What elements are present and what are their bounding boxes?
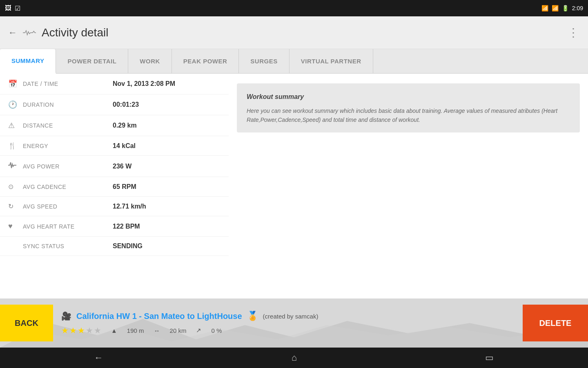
- battery-icon: 🔋: [562, 5, 569, 11]
- tab-power-detail[interactable]: POWER DETAIL: [56, 49, 128, 73]
- datetime-label: DATE / TIME: [23, 81, 113, 87]
- workout-summary-title: Workout summary: [247, 92, 570, 102]
- status-bar: 🖼 ☑ 📶 📶 🔋 2:09: [0, 0, 588, 16]
- calendar-icon: 📅: [8, 79, 23, 88]
- nav-home-icon[interactable]: ⌂: [292, 352, 297, 363]
- route-creator: (created by samcak): [263, 313, 318, 320]
- status-right-icons: 📶 📶 🔋 2:09: [541, 5, 583, 11]
- time-display: 2:09: [572, 5, 583, 11]
- tab-summary[interactable]: SUMMARY: [0, 49, 56, 74]
- distance-label: DISTANCE: [23, 122, 113, 129]
- duration-value: 00:01:23: [113, 101, 139, 108]
- elevation-value: 190 m: [127, 327, 144, 334]
- wifi-icon: 📶: [541, 5, 548, 11]
- row-datetime: 📅 DATE / TIME Nov 1, 2013 2:08 PM: [0, 74, 229, 94]
- badge-icon: 🏅: [247, 311, 258, 321]
- more-options-icon[interactable]: ⋮: [568, 26, 580, 39]
- workout-summary-box: Workout summary Here you can see workout…: [237, 83, 580, 132]
- grade-icon: ↗: [196, 327, 201, 334]
- energy-label: ENERGY: [23, 143, 113, 149]
- avg-heart-rate-value: 122 BPM: [113, 223, 140, 230]
- tab-bar: SUMMARY POWER DETAIL WORK PEAK POWER SUR…: [0, 49, 588, 74]
- heart-icon: ♥: [8, 222, 23, 231]
- avg-heart-rate-label: AVG HEART RATE: [23, 223, 113, 230]
- cadence-icon: ⊙: [8, 183, 23, 191]
- grade-value: 0 %: [211, 327, 222, 334]
- energy-value: 14 kCal: [113, 142, 136, 150]
- row-duration: 🕐 DURATION 00:01:23: [0, 94, 229, 115]
- nav-bar: ← ⌂ ▭: [0, 348, 588, 368]
- nav-recents-icon[interactable]: ▭: [485, 352, 494, 363]
- route-distance-value: 20 km: [170, 327, 187, 334]
- route-title[interactable]: California HW 1 - San Mateo to LightHous…: [76, 312, 242, 321]
- app-bar: ← Activity detail ⋮: [0, 16, 588, 49]
- avg-speed-label: AVG SPEED: [23, 203, 113, 210]
- back-button[interactable]: BACK: [0, 305, 53, 341]
- summary-table: 📅 DATE / TIME Nov 1, 2013 2:08 PM 🕐 DURA…: [0, 74, 229, 298]
- star-rating[interactable]: ★ ★ ★ ★ ★: [61, 325, 101, 335]
- star-4: ★: [86, 325, 93, 335]
- delete-button[interactable]: DELETE: [523, 305, 588, 341]
- sync-status-value: SENDING: [113, 242, 143, 250]
- nav-back-icon[interactable]: ←: [94, 352, 103, 363]
- row-distance: ⚠ DISTANCE 0.29 km: [0, 115, 229, 136]
- datetime-value: Nov 1, 2013 2:08 PM: [113, 80, 175, 88]
- elevation-icon: ▲: [111, 327, 117, 334]
- workout-summary-desc: Here you can see workout summary which i…: [247, 106, 570, 125]
- route-info: 🎥 California HW 1 - San Mateo to LightHo…: [53, 311, 523, 335]
- row-energy: 🍴 ENERGY 14 kCal: [0, 136, 229, 156]
- tab-surges[interactable]: SURGES: [239, 49, 289, 73]
- main-content: 📅 DATE / TIME Nov 1, 2013 2:08 PM 🕐 DURA…: [0, 74, 588, 298]
- app-bar-left: ← Activity detail: [8, 26, 108, 39]
- avg-power-label: AVG POWER: [23, 163, 113, 170]
- energy-icon: 🍴: [8, 142, 23, 150]
- heartbeat-icon: [23, 28, 36, 38]
- checkbox-icon: ☑: [15, 4, 20, 12]
- speed-icon: ↻: [8, 202, 23, 210]
- avg-cadence-value: 65 RPM: [113, 183, 136, 191]
- power-icon: [8, 162, 23, 171]
- avg-speed-value: 12.71 km/h: [113, 203, 146, 210]
- star-3: ★: [78, 325, 85, 335]
- clock-icon: 🕐: [8, 100, 23, 109]
- row-avg-power: AVG POWER 236 W: [0, 156, 229, 177]
- tab-virtual-partner[interactable]: VIRTUAL PARTNER: [290, 49, 373, 73]
- warning-icon: ⚠: [8, 121, 23, 130]
- bottom-section: BACK 🎥 California HW 1 - San Mateo to Li…: [0, 298, 588, 348]
- duration-label: DURATION: [23, 101, 113, 108]
- image-icon: 🖼: [5, 4, 11, 12]
- row-avg-cadence: ⊙ AVG CADENCE 65 RPM: [0, 177, 229, 197]
- status-left-icons: 🖼 ☑: [5, 4, 20, 12]
- avg-power-value: 236 W: [113, 163, 131, 170]
- sync-status-label: SYNC STATUS: [23, 243, 113, 249]
- row-sync-status: SYNC STATUS SENDING: [0, 237, 229, 256]
- distance-value: 0.29 km: [113, 122, 137, 129]
- tab-peak-power[interactable]: PEAK POWER: [172, 49, 239, 73]
- back-arrow-icon[interactable]: ←: [8, 27, 17, 38]
- page-title: Activity detail: [42, 26, 108, 39]
- row-avg-speed: ↻ AVG SPEED 12.71 km/h: [0, 197, 229, 216]
- camera-icon: 🎥: [61, 311, 71, 321]
- route-title-row: 🎥 California HW 1 - San Mateo to LightHo…: [61, 311, 514, 321]
- star-2: ★: [69, 325, 77, 335]
- tab-work[interactable]: WORK: [128, 49, 172, 73]
- distance-icon: ↔: [154, 327, 160, 334]
- avg-cadence-label: AVG CADENCE: [23, 184, 113, 190]
- star-1: ★: [61, 325, 69, 335]
- row-avg-heart-rate: ♥ AVG HEART RATE 122 BPM: [0, 216, 229, 237]
- route-stats: ★ ★ ★ ★ ★ ▲ 190 m ↔ 20 km ↗ 0 %: [61, 325, 514, 335]
- star-5: ★: [94, 325, 101, 335]
- signal-icon: 📶: [552, 5, 559, 11]
